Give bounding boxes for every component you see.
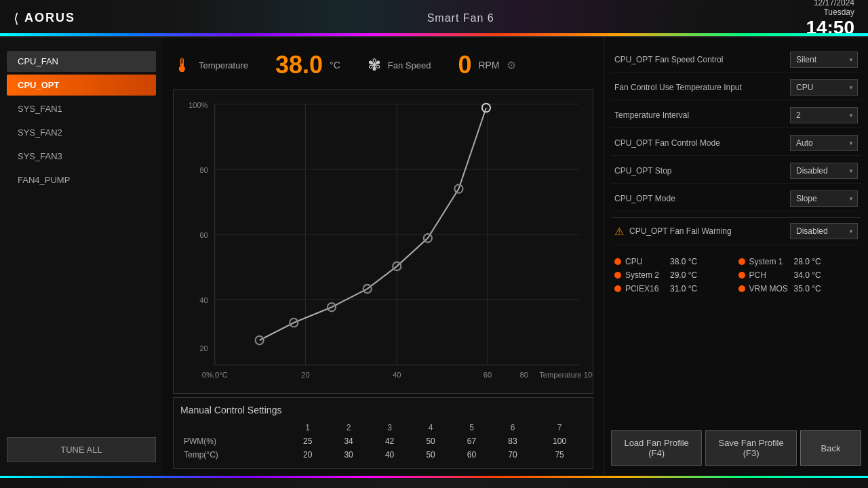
temp-pch-dot [738,272,745,279]
svg-text:100%: 100% [189,101,208,109]
sidebar-item-sys-fan1[interactable]: SYS_FAN1 [7,98,156,119]
rpm-value: 0 [458,51,471,79]
manual-settings-title: Manual Control Settings [180,405,586,415]
svg-rect-0 [174,90,593,393]
fan-speed-stat: ✾ Fan Speed [368,56,431,75]
col-label-header [180,421,287,434]
col-2-header: 2 [328,421,369,434]
temp-pch-value: 34.0 °C [794,270,821,280]
temp-system2: System 2 29.0 °C [614,270,734,280]
temp-input-select[interactable]: CPU System 1 System 2 PCH PCIEX16 VRM MO… [790,79,858,96]
settings-icon[interactable]: ⚙ [507,59,516,72]
control-mode-row: CPU_OPT Fan Control Mode Auto Voltage PW… [611,131,861,156]
fan-chart: 100% 80 60 40 20 0%,0°C 20 40 60 80 Temp… [173,89,593,394]
temp-4: 50 [410,448,451,462]
col-4-header: 4 [410,421,451,434]
temp-pciex16-name: PCIEX16 [625,284,666,293]
temperature-label: Temperature [199,60,248,70]
save-fan-profile-button[interactable]: Save Fan Profile (F3) [705,430,797,466]
date-text: 12/17/2024 [814,0,854,7]
day-text: Tuesday [823,7,854,17]
svg-text:20: 20 [199,344,208,352]
center-panel: 🌡 Temperature 38.0 °C ✾ Fan Speed 0 RPM … [163,37,604,476]
pwm-6: 83 [492,434,533,448]
temperature-value-display: 38.0 °C [275,51,340,79]
svg-text:40: 40 [199,296,208,304]
temp-cpu-dot [614,258,621,265]
opt-stop-row: CPU_OPT Stop Disabled Enabled [611,159,861,184]
temp-vrm-mos-dot [738,285,745,292]
temp-system2-dot [614,272,621,279]
fan-speed-control-row: CPU_OPT Fan Speed Control Silent Normal … [611,47,861,73]
sidebar: CPU_FAN CPU_OPT SYS_FAN1 SYS_FAN2 SYS_FA… [0,37,163,476]
opt-stop-select[interactable]: Disabled Enabled [790,163,858,179]
page-title: Smart Fan 6 [115,12,806,24]
control-mode-select[interactable]: Auto Voltage PWM [790,135,858,151]
temp-5: 60 [451,448,492,462]
opt-stop-select-wrapper[interactable]: Disabled Enabled [790,163,858,179]
logo-area: ⟨ AORUS [14,10,115,26]
main-content: CPU_FAN CPU_OPT SYS_FAN1 SYS_FAN2 SYS_FA… [0,37,868,476]
temperature-stat: 🌡 Temperature [173,54,248,77]
top-bar: ⟨ AORUS Smart Fan 6 12/17/2024 Tuesday 1… [0,0,868,37]
temp-vrm-mos: VRM MOS 35.0 °C [738,284,859,293]
sidebar-item-cpu-fan[interactable]: CPU_FAN [7,51,156,72]
fan-speed-control-label: CPU_OPT Fan Speed Control [614,55,790,64]
temp-vrm-mos-value: 35.0 °C [794,284,821,293]
temp-system1-value: 28.0 °C [794,257,821,266]
tune-all-button[interactable]: TUNE ALL [7,437,156,462]
temp-system1: System 1 28.0 °C [738,257,859,266]
opt-mode-select[interactable]: Slope Staircase [790,190,858,207]
temp-pciex16-value: 31.0 °C [670,284,697,293]
temp-input-row: Fan Control Use Temperature Input CPU Sy… [611,75,861,100]
fan-fail-select-wrapper[interactable]: Disabled Enabled [790,223,858,239]
fan-speed-control-select-wrapper[interactable]: Silent Normal Turbo Full Speed Manual [790,52,858,68]
temp-interval-select-wrapper[interactable]: 1 2 3 4 5 [790,107,858,123]
temp-input-select-wrapper[interactable]: CPU System 1 System 2 PCH PCIEX16 VRM MO… [790,79,858,96]
opt-stop-label: CPU_OPT Stop [614,166,790,176]
pwm-7: 100 [533,434,586,448]
right-panel: CPU_OPT Fan Speed Control Silent Normal … [604,37,868,476]
chart-svg: 100% 80 60 40 20 0%,0°C 20 40 60 80 Temp… [174,90,593,393]
back-button[interactable]: Back [800,430,861,466]
load-fan-profile-button[interactable]: Load Fan Profile (F4) [611,430,702,466]
sidebar-item-cpu-opt[interactable]: CPU_OPT [7,75,156,96]
control-mode-select-wrapper[interactable]: Auto Voltage PWM [790,135,858,151]
svg-text:80: 80 [519,371,528,379]
fan-fail-label: CPU_OPT Fan Fail Warning [629,226,785,236]
sidebar-item-sys-fan3[interactable]: SYS_FAN3 [7,146,156,167]
temp-pch: PCH 34.0 °C [738,270,859,280]
temp-pciex16-dot [614,285,621,292]
temp-7: 75 [533,448,586,462]
fan-speed-label: Fan Speed [388,60,431,70]
temp-pch-name: PCH [749,270,790,280]
temp-system1-name: System 1 [749,257,790,266]
warning-icon: ⚠ [614,225,624,238]
temperature-readings: CPU 38.0 °C System 1 28.0 °C System 2 29… [611,253,861,297]
opt-mode-select-wrapper[interactable]: Slope Staircase [790,190,858,207]
col-5-header: 5 [451,421,492,434]
opt-mode-row: CPU_OPT Mode Slope Staircase [611,186,861,211]
fan-speed-control-select[interactable]: Silent Normal Turbo Full Speed Manual [790,52,858,68]
svg-text:60: 60 [199,231,208,239]
svg-text:80: 80 [199,165,208,174]
col-6-header: 6 [492,421,533,434]
bottom-buttons: Load Fan Profile (F4) Save Fan Profile (… [611,424,861,466]
fan-icon: ✾ [368,56,381,75]
pwm-2: 34 [328,434,369,448]
temp-3: 40 [369,448,410,462]
sidebar-item-fan4-pump[interactable]: FAN4_PUMP [7,169,156,190]
col-3-header: 3 [369,421,410,434]
temp-system2-value: 29.0 °C [670,270,697,280]
svg-text:60: 60 [484,371,492,379]
temp-interval-label: Temperature Interval [614,110,790,120]
datetime-area: 12/17/2024 Tuesday 14:50 [806,0,854,37]
pwm-5: 67 [451,434,492,448]
settings-table: 1 2 3 4 5 6 7 PWM(%) 25 34 42 [180,421,586,462]
temp-system1-dot [738,258,745,265]
temp-row: Temp(°C) 20 30 40 50 60 70 75 [180,448,586,462]
sidebar-item-sys-fan2[interactable]: SYS_FAN2 [7,122,156,143]
temp-vrm-mos-name: VRM MOS [749,284,790,293]
fan-fail-select[interactable]: Disabled Enabled [790,223,858,239]
temp-interval-select[interactable]: 1 2 3 4 5 [790,107,858,123]
